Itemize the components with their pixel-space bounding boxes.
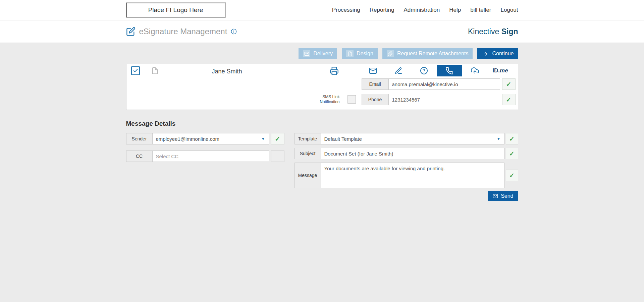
- sender-field-group: Sender employee1@immonline.com ▼: [126, 133, 269, 144]
- nav-item-logout[interactable]: Logout: [501, 7, 518, 13]
- sms-link-notification-label: SMS Link Notification: [301, 94, 340, 105]
- continue-button-label: Continue: [492, 51, 514, 57]
- recipient-checkbox[interactable]: [131, 66, 140, 75]
- signature-pen-icon: [394, 67, 402, 75]
- attachments-button-label: Request Remote Attachments: [397, 51, 469, 57]
- send-envelope-icon: [493, 193, 498, 199]
- brand-name: Kinective: [468, 27, 499, 36]
- question-circle-icon: [420, 67, 428, 75]
- message-valid-indicator: ✓: [506, 170, 518, 181]
- nav-item-help[interactable]: Help: [449, 7, 461, 13]
- check-icon: [133, 68, 138, 73]
- document-count-icon: [151, 67, 159, 74]
- cc-field-group: CC: [126, 150, 269, 162]
- delivery-method-row: ID.me: [360, 65, 513, 76]
- delivery-button-label: Delivery: [313, 51, 333, 57]
- nav-item-reporting[interactable]: Reporting: [370, 7, 394, 13]
- esign-method-button[interactable]: [386, 65, 411, 76]
- fi-logo-placeholder: Place FI Logo Here: [126, 3, 225, 17]
- continue-button[interactable]: Continue: [477, 48, 518, 59]
- send-button-label: Send: [501, 193, 513, 199]
- message-details-heading: Message Details: [126, 120, 518, 127]
- nav-item-username[interactable]: bill teller: [470, 7, 491, 13]
- message-field-group: Message Your documents are available for…: [294, 163, 504, 188]
- design-button-label: Design: [357, 51, 373, 57]
- chevron-down-icon: ▼: [497, 136, 501, 141]
- phone-input[interactable]: [389, 94, 500, 105]
- paperclip-icon: [387, 50, 394, 57]
- template-selected-value: Default Template: [324, 136, 362, 142]
- recipient-card: Jane Smith: [126, 64, 518, 110]
- info-icon[interactable]: [231, 28, 237, 35]
- esignature-icon: [126, 27, 136, 36]
- email-method-button[interactable]: [360, 65, 386, 76]
- phone-icon: [445, 67, 453, 75]
- nav-item-processing[interactable]: Processing: [332, 7, 360, 13]
- content-area: Delivery Design Request Remote Attach: [0, 43, 644, 302]
- idme-method-button[interactable]: ID.me: [488, 65, 513, 76]
- brand-suffix: Sign: [501, 27, 518, 36]
- sms-link-notification-checkbox[interactable]: [347, 95, 356, 104]
- email-label: Email: [362, 79, 389, 89]
- template-label: Template: [295, 133, 321, 144]
- sender-selected-value: employee1@immonline.com: [156, 136, 219, 142]
- template-field-group: Template Default Template ▼: [294, 133, 504, 144]
- remote-cloud-method-button[interactable]: [462, 65, 488, 76]
- upload-cloud-icon: [471, 67, 479, 75]
- cc-input[interactable]: [153, 151, 269, 162]
- envelope-icon: [369, 67, 377, 75]
- phone-field-group: Phone: [362, 94, 500, 105]
- sender-label: Sender: [126, 133, 153, 144]
- nav-item-administration[interactable]: Administration: [404, 7, 440, 13]
- message-label: Message: [295, 163, 321, 188]
- message-textarea[interactable]: Your documents are available for viewing…: [321, 163, 504, 188]
- idme-logo: ID.me: [492, 67, 508, 74]
- sub-header: eSignature Management Kinective Sign: [0, 20, 644, 43]
- subject-field-group: Subject: [294, 148, 504, 159]
- cc-status-indicator: [271, 150, 284, 162]
- sender-valid-indicator: ✓: [271, 133, 284, 144]
- send-button[interactable]: Send: [488, 191, 518, 201]
- email-valid-indicator: ✓: [502, 78, 516, 90]
- chevron-down-icon: ▼: [261, 136, 265, 141]
- envelope-icon: [303, 50, 310, 57]
- top-bar: Place FI Logo Here Processing Reporting …: [0, 0, 644, 20]
- template-dropdown[interactable]: Default Template ▼: [321, 133, 504, 144]
- message-details-section: Sender employee1@immonline.com ▼ ✓ CC: [126, 133, 518, 201]
- document-icon: [346, 50, 354, 57]
- top-nav: Processing Reporting Administration Help…: [332, 7, 518, 13]
- kba-method-button[interactable]: [411, 65, 437, 76]
- delivery-button[interactable]: Delivery: [299, 48, 337, 59]
- subject-input[interactable]: [321, 148, 504, 159]
- design-button[interactable]: Design: [342, 48, 378, 59]
- phone-label: Phone: [362, 94, 389, 105]
- phone-method-button[interactable]: [437, 65, 462, 76]
- template-valid-indicator: ✓: [506, 133, 518, 144]
- subject-label: Subject: [295, 148, 321, 159]
- email-field-group: Email: [362, 78, 500, 90]
- page-title: eSignature Management: [139, 27, 227, 36]
- recipient-name: Jane Smith: [194, 68, 261, 75]
- phone-valid-indicator: ✓: [502, 94, 516, 105]
- printer-icon[interactable]: [330, 66, 339, 75]
- step-toolbar: Delivery Design Request Remote Attach: [126, 48, 518, 59]
- cc-label: CC: [126, 151, 153, 162]
- email-input[interactable]: [389, 79, 500, 89]
- sender-dropdown[interactable]: employee1@immonline.com ▼: [153, 133, 269, 144]
- arrow-right-icon: [482, 50, 489, 57]
- request-remote-attachments-button[interactable]: Request Remote Attachments: [382, 48, 473, 59]
- subject-valid-indicator: ✓: [506, 148, 518, 159]
- brand-logo: Kinective Sign: [468, 27, 518, 36]
